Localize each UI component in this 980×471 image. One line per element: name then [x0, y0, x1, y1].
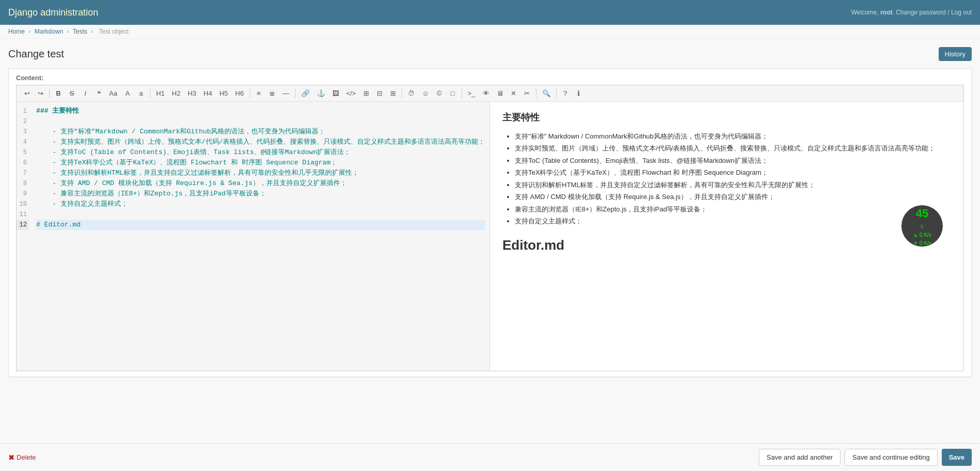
user-info: Welcome, root. Change password / Log out	[851, 9, 972, 16]
breadcrumb-home[interactable]: Home	[8, 28, 25, 35]
code-line-4: - 支持实时预览、图片（跨域）上传、预格式文本/代码/表格插入、代码折叠、搜索替…	[36, 137, 485, 147]
toolbar-code[interactable]: </>	[343, 87, 359, 99]
username: root	[880, 9, 892, 16]
breadcrumb-current: Test object	[99, 28, 128, 35]
log-out-link[interactable]: Log out	[951, 9, 972, 16]
toolbar-italic[interactable]: I	[79, 87, 91, 99]
code-line-12: # Editor.md	[36, 220, 485, 230]
breadcrumb-sep1: ›	[28, 28, 32, 35]
content-form-row: Content: ↩ ↪ B S I ❝ Aa A a H1 H2	[9, 69, 971, 377]
toolbar-h4[interactable]: H4	[201, 87, 216, 99]
toolbar-cut[interactable]: ✂	[521, 87, 533, 99]
content-area: Change test History Content: ↩ ↪ B S I ❝…	[0, 39, 980, 394]
breadcrumb: Home › Markdown › Tests › Test object	[0, 25, 980, 39]
toolbar-ul[interactable]: ≡	[253, 87, 265, 99]
code-line-2	[36, 116, 485, 127]
toolbar-info[interactable]: ℹ	[573, 87, 585, 99]
breadcrumb-markdown[interactable]: Markdown	[35, 28, 63, 35]
preview-list: 支持"标准" Markdown / CommonMark和Github风格的语法…	[502, 131, 951, 226]
page-title-row: Change test History	[8, 47, 972, 61]
line-num-2: 2	[17, 116, 29, 127]
toolbar-uppercase[interactable]: Aa	[106, 87, 120, 99]
code-line-3: - 支持"标准"Markdown / CommonMark和Github风格的语…	[36, 127, 485, 137]
toolbar-sep7	[536, 89, 537, 98]
toolbar-code-block2[interactable]: ⊟	[373, 87, 386, 99]
line-num-9: 9	[17, 189, 29, 199]
toolbar-bold[interactable]: B	[52, 87, 65, 99]
toolbar-link[interactable]: 🔗	[298, 87, 313, 99]
toolbar-image[interactable]: 🖼	[329, 87, 342, 99]
content-label: Content:	[16, 74, 964, 82]
preview-item-2: 支持实时预览、图片（跨域）上传、预格式文本/代码/表格插入、代码折叠、搜索替换、…	[515, 143, 951, 154]
toolbar-undo[interactable]: ↩	[21, 87, 33, 99]
welcome-text: Welcome,	[851, 9, 880, 16]
toolbar-sep3	[250, 89, 250, 98]
header: Django administration Welcome, root. Cha…	[0, 0, 980, 25]
toolbar-anchor[interactable]: ⚓	[314, 87, 328, 99]
toolbar-search[interactable]: 🔍	[539, 87, 554, 99]
toolbar-table[interactable]: ⊞	[387, 87, 399, 99]
toolbar-help[interactable]: ?	[559, 87, 572, 99]
toolbar-hr[interactable]: —	[280, 87, 293, 99]
form-module: Content: ↩ ↪ B S I ❝ Aa A a H1 H2	[8, 68, 972, 377]
toolbar-html[interactable]: □	[447, 87, 459, 99]
toolbar-sep8	[556, 89, 557, 98]
markdown-editor[interactable]: ↩ ↪ B S I ❝ Aa A a H1 H2 H3 H4 H5 H6	[16, 85, 964, 371]
toolbar-h3[interactable]: H3	[185, 87, 200, 99]
toolbar-close[interactable]: ✕	[508, 87, 520, 99]
line-num-10: 10	[17, 199, 29, 209]
preview-heading: 主要特性	[502, 110, 951, 125]
toolbar-h2[interactable]: H2	[169, 87, 184, 99]
toolbar-emoji[interactable]: ☺	[419, 87, 432, 99]
toolbar-h1[interactable]: H1	[153, 87, 168, 99]
preview-item-5: 支持识别和解析HTML标签，并且支持自定义过滤标签解析，具有可靠的安全性和几乎无…	[515, 180, 951, 190]
preview-h1: Editor.md	[502, 235, 951, 256]
toolbar-sep4	[295, 89, 296, 98]
editor-toolbar: ↩ ↪ B S I ❝ Aa A a H1 H2 H3 H4 H5 H6	[17, 85, 963, 102]
line-num-7: 7	[17, 168, 29, 178]
code-area: 1 2 3 4 5 6 7 8 9 10 11	[17, 102, 489, 234]
preview-item-3: 支持ToC (Table of Contents)、Emoji表情、Task l…	[515, 156, 951, 166]
line-num-4: 4	[17, 137, 29, 147]
line-num-8: 8	[17, 178, 29, 189]
history-button[interactable]: History	[939, 47, 972, 61]
toolbar-eye[interactable]: 👁	[480, 87, 493, 99]
preview-item-1: 支持"标准" Markdown / CommonMark和Github风格的语法…	[515, 131, 951, 142]
toolbar-h6[interactable]: H6	[232, 87, 247, 99]
separator: /	[947, 9, 951, 16]
toolbar-blockquote[interactable]: ❝	[93, 87, 105, 99]
toolbar-code-block[interactable]: ⊞	[360, 87, 372, 99]
change-password-link[interactable]: Change password	[896, 9, 946, 16]
line-num-11: 11	[17, 209, 29, 220]
code-line-6: - 支持TeX科学公式（基于KaTeX）、流程图 Flowchart 和 时序图…	[36, 158, 485, 168]
toolbar-sep2	[150, 89, 150, 98]
code-lines[interactable]: ### 主要特性 - 支持"标准"Markdown / CommonMark和G…	[32, 102, 489, 234]
toolbar-lowercase[interactable]: a	[135, 87, 147, 99]
line-num-6: 6	[17, 158, 29, 168]
toolbar-sep1	[49, 89, 50, 98]
toolbar-sep6	[462, 89, 462, 98]
preview-item-8: 支持自定义主题样式；	[515, 216, 951, 226]
toolbar-monitor[interactable]: 🖥	[494, 87, 507, 99]
breadcrumb-sep2: ›	[67, 28, 70, 35]
editor-body: 1 2 3 4 5 6 7 8 9 10 11	[17, 102, 963, 371]
code-line-8: - 支持 AMD / CMD 模块化加载（支持 Require.js & Sea…	[36, 178, 485, 189]
code-line-10: - 支持自定义主题样式；	[36, 199, 485, 209]
toolbar-ol[interactable]: ≣	[266, 87, 279, 99]
site-title: Django administration	[8, 7, 98, 18]
toolbar-heading[interactable]: A	[121, 87, 134, 99]
toolbar-datetime[interactable]: ⏱	[405, 87, 418, 99]
toolbar-h5[interactable]: H5	[216, 87, 231, 99]
line-numbers: 1 2 3 4 5 6 7 8 9 10 11	[17, 102, 32, 234]
code-panel[interactable]: 1 2 3 4 5 6 7 8 9 10 11	[17, 102, 490, 371]
toolbar-strikethrough[interactable]: S	[66, 87, 78, 99]
preview-item-7: 兼容主流的浏览器（IE8+）和Zepto.js，且支持iPad等平板设备；	[515, 204, 951, 215]
breadcrumb-tests[interactable]: Tests	[73, 28, 87, 35]
toolbar-terminal[interactable]: >_	[465, 87, 479, 99]
toolbar-copyright[interactable]: ©	[433, 87, 446, 99]
line-num-3: 3	[17, 127, 29, 137]
code-line-5: - 支持ToC (Table of Contents)、Emoji表情、Task…	[36, 147, 485, 158]
code-line-11	[36, 209, 485, 220]
site-title-text: Django administration	[8, 7, 98, 18]
toolbar-redo[interactable]: ↪	[34, 87, 47, 99]
